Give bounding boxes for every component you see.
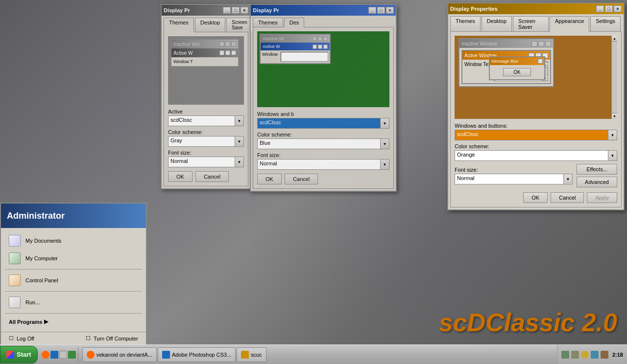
taskbar-scuc[interactable]: scuc — [237, 347, 266, 362]
dp-blue-maximize[interactable]: □ — [377, 7, 385, 14]
dp-main-cs-arrow[interactable]: ▼ — [608, 151, 617, 160]
dp-gray-cs-label: Color scheme: — [168, 129, 244, 135]
dp-gray-wb-label: Active — [168, 109, 244, 114]
tab-themes-gray[interactable]: Themes — [164, 18, 194, 32]
all-programs[interactable]: All Programs ▶ — [1, 316, 146, 328]
inactive-window-title: Inactive Window — [461, 41, 497, 46]
dp-gray-titlebar-btns: _ □ × — [223, 7, 248, 14]
dp-blue-fs-select[interactable]: Normal ▼ — [257, 159, 389, 170]
inactive-title-gray: Inactive Win — [173, 42, 200, 47]
dp-blue-btn-row: OK Cancel — [257, 174, 389, 184]
turnoff-label: Turn Off Computer — [94, 336, 138, 341]
mycomp-icon — [9, 252, 21, 264]
dp-gray-active-titlebar: Active W _ □ × — [171, 48, 238, 57]
dp-blue-cs-select[interactable]: Blue ▼ — [257, 138, 389, 149]
dp-main-wb-select[interactable]: scdClssc ▼ — [455, 130, 617, 140]
dp-gray-preview-content: Window T — [171, 57, 238, 66]
dp-main-minimize[interactable]: _ — [596, 5, 604, 12]
dp-main-preview: Inactive Window _ □ × Active Window _ □ — [455, 36, 617, 119]
taskbar-firefox[interactable]: vekanoid on deviantA... — [82, 347, 157, 362]
dp-gray-cs-row: Color scheme: Gray ▼ — [168, 129, 244, 147]
dp-gray-wb-value: scdClssc — [169, 116, 235, 126]
dp-blue-cs-label: Color scheme: — [257, 132, 389, 137]
dp-blue-minimize[interactable]: _ — [368, 7, 376, 14]
dp-blue-fs-arrow[interactable]: ▼ — [380, 159, 389, 169]
effects-btn[interactable]: Effects... — [577, 164, 617, 175]
dp-blue-cancel[interactable]: Cancel — [285, 174, 318, 184]
tab-themes-main[interactable]: Themes — [450, 16, 481, 31]
dp-gray-ok[interactable]: OK — [168, 171, 193, 182]
dp-gray-minimize[interactable]: _ — [223, 7, 231, 14]
dp-gray-cs-select[interactable]: Gray ▼ — [168, 136, 244, 147]
taskbar-items: vekanoid on deviantA... Adobe Photoshop … — [40, 347, 557, 362]
checkbox-icon: ☐ — [9, 335, 14, 341]
dp-main-wb-arrow[interactable]: ▼ — [608, 130, 617, 140]
dp-gray-cancel[interactable]: Cancel — [195, 171, 229, 182]
tab-desktop-main[interactable]: Desktop — [482, 16, 512, 31]
dp-gray-btn-row: OK Cancel — [168, 171, 244, 182]
dp-blue-tabs: Themes Des — [251, 16, 396, 27]
dp-main-fs-arrow[interactable]: ▼ — [563, 174, 572, 184]
dp-blue-cs-row: Color scheme: Blue ▼ — [257, 132, 389, 149]
preview-ok-btn[interactable]: OK — [503, 68, 531, 76]
advanced-btn[interactable]: Advanced — [577, 177, 617, 187]
dp-main-close[interactable]: × — [614, 5, 622, 12]
dp-gray-fs-select[interactable]: Normal ▼ — [168, 157, 244, 167]
dp-gray-wb-arrow[interactable]: ▼ — [235, 116, 243, 126]
tab-screensaver-gray[interactable]: Screen Save — [226, 18, 253, 32]
dp-main-cancel-btn[interactable]: Cancel — [551, 192, 584, 203]
dp-main-fs-select[interactable]: Normal ▼ — [455, 174, 573, 184]
photoshop-quicklaunch[interactable] — [50, 351, 58, 359]
dp-blue-ok[interactable]: OK — [257, 174, 282, 184]
start-menu-item-mydocs[interactable]: My Documents — [1, 232, 146, 250]
tab-des-blue[interactable]: Des — [284, 18, 305, 27]
dp-gray-maximize[interactable]: □ — [232, 7, 240, 14]
dp-main-cs-label: Color scheme: — [455, 143, 617, 149]
dp-gray-preview: Inactive Win Active W _ □ × — [168, 36, 244, 105]
taskbar: Start vekanoid on deviantA... Adobe Phot… — [0, 344, 627, 364]
app2-quicklaunch[interactable] — [68, 351, 76, 359]
start-menu-item-mycomp[interactable]: My Computer — [1, 250, 146, 267]
dp-blue-close[interactable]: × — [386, 7, 394, 14]
tab-appearance-main[interactable]: Appearance — [550, 16, 589, 32]
start-menu-bottom: ☐ Log Off ☐ Turn Off Computer — [1, 332, 146, 344]
dp-blue-wb-select[interactable]: scdClssc ▼ — [257, 118, 389, 129]
tab-themes-blue[interactable]: Themes — [253, 18, 283, 27]
dp-gray-cs-arrow[interactable]: ▼ — [235, 136, 243, 146]
app-quicklaunch[interactable] — [59, 351, 67, 359]
dp-blue-wb-arrow[interactable]: ▼ — [380, 118, 389, 128]
start-menu-item-ctrl[interactable]: Control Panel — [1, 272, 146, 289]
dp-main-content: Inactive Window _ □ × Active Window _ □ — [450, 31, 622, 207]
dp-main-cs-select[interactable]: Orange ▼ — [455, 150, 617, 161]
firefox-quicklaunch[interactable] — [42, 351, 49, 359]
turnoff-btn[interactable]: ☐ Turn Off Computer — [86, 335, 138, 341]
windows-logo — [6, 351, 14, 359]
dp-main-title: Display Properties — [450, 6, 498, 12]
dp-main-ok-btn[interactable]: OK — [523, 192, 548, 203]
dp-gray-fs-arrow[interactable]: ▼ — [235, 157, 243, 167]
network2-icon — [591, 351, 599, 359]
tab-screensaver-main[interactable]: Screen Saver — [513, 16, 549, 31]
dp-blue-cs-arrow[interactable]: ▼ — [380, 139, 389, 149]
dp-gray-titlebar: Display Pr _ □ × — [162, 5, 250, 16]
dp-gray-close[interactable]: × — [241, 7, 248, 14]
start-menu-items: My Documents My Computer Control Panel R… — [1, 228, 146, 332]
dp-blue-wb-value: scdClssc — [258, 118, 380, 128]
dp-main-maximize[interactable]: □ — [605, 5, 613, 12]
dp-main-fs-value: Normal — [455, 174, 563, 184]
logoff-btn[interactable]: ☐ Log Off — [9, 335, 34, 341]
dp-gray-wb-select[interactable]: scdClssc ▼ — [168, 115, 244, 126]
taskbar-photoshop[interactable]: Adobe Photoshop CS3... — [158, 347, 236, 362]
dp-blue-content: Inactive Wi Active W _ □ × — [253, 27, 394, 189]
start-menu-user: Administrator — [7, 211, 65, 221]
dp-main-apply-btn[interactable]: Apply — [587, 192, 617, 203]
mydocs-icon — [9, 235, 21, 247]
active-title-gray: Active W — [173, 50, 193, 56]
dp-blue-wb-row: Windows and b scdClssc ▼ — [257, 111, 389, 129]
tab-settings-main[interactable]: Settings — [590, 16, 621, 31]
dp-gray-fs-label: Font size: — [168, 150, 244, 156]
start-menu-item-run[interactable]: Run... — [1, 294, 146, 311]
run-label: Run... — [25, 299, 40, 305]
tab-desktop-gray[interactable]: Desktop — [195, 18, 225, 32]
start-button[interactable]: Start — [0, 346, 38, 364]
